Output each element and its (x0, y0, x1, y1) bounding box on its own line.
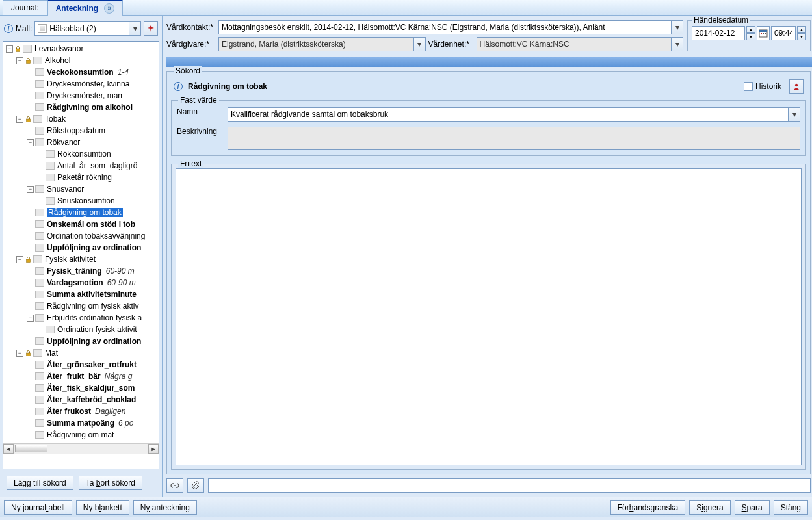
node-icon (35, 279, 44, 287)
historik-checkbox[interactable] (744, 82, 753, 91)
tree-node[interactable]: Äter_fisk_skaldjur_som (3, 382, 159, 394)
tree-node[interactable]: Rådgivning om tobak (3, 207, 159, 218)
tree-node[interactable]: Önskemål om stöd i tob (3, 218, 159, 230)
tree-node[interactable]: −Levnadsvanor (3, 43, 159, 55)
btn-label: Stäng (781, 503, 801, 512)
tree-node[interactable]: Rådgivning om alkohol (3, 101, 159, 113)
tree-label: Paketår rökning (57, 173, 112, 182)
tree-node[interactable]: −Mat (3, 347, 159, 359)
tree-node[interactable]: Summa matpoäng6 po (3, 417, 159, 429)
tree-node[interactable]: Snuskonsumtion (3, 195, 159, 207)
tree-node[interactable]: Vardagsmotion60-90 m (3, 277, 159, 289)
toggle-icon[interactable]: − (16, 256, 23, 263)
tab-anteckning[interactable]: Anteckning » (47, 0, 124, 16)
toggle-icon[interactable]: − (16, 350, 23, 357)
date-spinner[interactable]: ▲▼ (746, 26, 755, 40)
btn-label: Lägg till sökord (14, 478, 66, 488)
node-icon (35, 302, 44, 310)
forhandsgranska-button[interactable]: Förhandsgranska (610, 500, 685, 515)
bottom-bar: Ny journaltabell Ny blankett Ny anteckni… (0, 497, 812, 517)
fritext-group: Fritext (171, 164, 806, 470)
tab-arrow-icon[interactable]: » (104, 3, 114, 14)
calendar-icon[interactable] (757, 26, 770, 40)
mall-select[interactable]: Hälsoblad (2) ▾ (34, 21, 141, 36)
lock-icon (25, 57, 32, 64)
info-icon[interactable]: i (4, 24, 13, 33)
signera-button[interactable]: Signera (689, 500, 730, 515)
tree-node[interactable]: Uppföljning av ordination (3, 335, 159, 347)
add-keyword-button[interactable]: Lägg till sökord (7, 476, 73, 490)
tree-node[interactable]: Fysisk_träning60-90 m (3, 265, 159, 277)
tree-node[interactable]: −Fysisk aktivitet (3, 254, 159, 265)
toggle-icon[interactable]: − (27, 139, 34, 146)
node-icon (46, 162, 55, 170)
tree-meta: 6 po (118, 419, 133, 428)
tree-node[interactable]: Ordination tobaksavvänjning (3, 230, 159, 242)
link-button[interactable] (166, 478, 183, 493)
tree-label: Snusvanor (47, 185, 84, 194)
node-icon (35, 337, 44, 345)
tab-anteckning-label: Anteckning (56, 3, 98, 12)
tree-node[interactable]: Paketår rökning (3, 172, 159, 183)
node-icon (35, 138, 44, 146)
lock-icon (25, 350, 32, 357)
vardgivare-select[interactable]: Elgstrand, Maria (distriktssköterska) ▾ (218, 37, 426, 51)
node-icon (35, 384, 44, 392)
tree-node[interactable]: Äter_grönsaker_rotfrukt (3, 359, 159, 370)
node-icon (35, 291, 44, 298)
vardenhet-select[interactable]: Hälsomott:VC Kärna:NSC ▾ (477, 37, 684, 51)
remove-keyword-button[interactable]: Ta bort sökord (79, 476, 142, 490)
horizontal-scrollbar[interactable]: ◄ ► (3, 443, 159, 454)
ny-anteckning-button[interactable]: Ny anteckning (133, 500, 197, 515)
tree-node[interactable]: −Erbjudits ordination fysisk a (3, 312, 159, 324)
toggle-icon[interactable]: − (27, 315, 34, 322)
stang-button[interactable]: Stäng (774, 500, 808, 515)
tree-node[interactable]: Dryckesmönster, man (3, 90, 159, 101)
ny-journaltabell-button[interactable]: Ny journaltabell (4, 500, 72, 515)
tree[interactable]: −Levnadsvanor−AlkoholVeckokonsumtion1-4D… (3, 42, 159, 443)
namn-select[interactable]: Kvalificerat rådgivande samtal om tobaks… (228, 107, 800, 122)
pin-button[interactable] (144, 21, 158, 36)
svg-point-11 (795, 84, 798, 86)
tree-node[interactable]: −Alkohol (3, 55, 159, 66)
attachment-field[interactable] (208, 478, 811, 493)
tree-node[interactable]: Rådgivning om fysisk aktiv (3, 300, 159, 312)
tree-node[interactable]: Veckokonsumtion1-4 (3, 66, 159, 78)
scroll-thumb[interactable] (15, 445, 47, 452)
scroll-left-button[interactable]: ◄ (3, 444, 14, 454)
toggle-icon[interactable]: − (16, 57, 23, 64)
tree-node[interactable]: Äter_kaffebröd_choklad (3, 394, 159, 406)
fritext-textarea[interactable] (176, 168, 802, 465)
tree-node[interactable]: −Rökvanor (3, 136, 159, 148)
time-spinner[interactable]: ▲▼ (797, 26, 806, 40)
tree-node[interactable]: Uppföljning av ordination (3, 242, 159, 254)
tree-node[interactable]: Äter_frukt_bärNågra g (3, 370, 159, 382)
tab-journal[interactable]: Journal: (3, 0, 47, 15)
tree-node[interactable]: −Tobak (3, 113, 159, 125)
svg-rect-7 (759, 30, 767, 32)
spara-button[interactable]: Spara (735, 500, 770, 515)
tree-node[interactable]: Ordination fysisk aktivit (3, 324, 159, 335)
ny-blankett-button[interactable]: Ny blankett (76, 500, 129, 515)
time-input[interactable] (771, 26, 796, 40)
sokord-group: Sökord i Rådgivning om tobak Historik Fa… (166, 71, 811, 474)
tree-node[interactable]: Rådgivning om mat (3, 429, 159, 441)
toggle-icon[interactable]: − (27, 186, 34, 193)
scroll-right-button[interactable]: ► (148, 444, 159, 454)
tree-node[interactable]: Summa aktivitetsminute (3, 289, 159, 300)
attachment-button[interactable] (187, 478, 204, 493)
tree-meta: Dagligen (95, 407, 125, 416)
tree-node[interactable]: Rökkonsumtion (3, 148, 159, 160)
tree-node[interactable]: Dryckesmönster, kvinna (3, 78, 159, 90)
vardkontakt-select[interactable]: Mottagningsbesök enskilt, 2014-02-12, Hä… (218, 20, 683, 34)
tree-node[interactable]: Rökstoppsdatum (3, 125, 159, 136)
vardenhet-value: Hälsomott:VC Kärna:NSC (480, 40, 570, 49)
date-input[interactable] (692, 26, 745, 40)
toggle-icon[interactable]: − (16, 116, 23, 123)
person-button[interactable] (789, 79, 804, 94)
tree-node[interactable]: −Snusvanor (3, 183, 159, 195)
info-icon[interactable]: i (174, 82, 183, 91)
tree-node[interactable]: Antal_år_som_dagligrö (3, 160, 159, 172)
toggle-icon[interactable]: − (6, 46, 13, 53)
tree-node[interactable]: Äter frukostDagligen (3, 406, 159, 417)
